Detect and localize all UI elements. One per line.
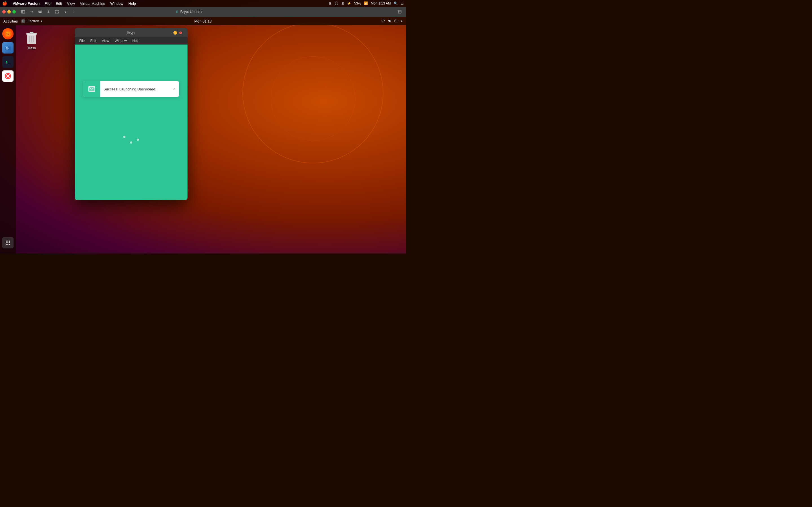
app-menu-help[interactable]: Help [130, 38, 142, 43]
fullscreen-button[interactable] [53, 8, 61, 15]
app-content: Success! Launching Dashboard. × [75, 45, 188, 200]
svg-point-32 [6, 242, 7, 243]
svg-point-37 [9, 244, 10, 245]
app-menubar: File Edit View Window Help [75, 37, 188, 45]
svg-point-35 [6, 244, 7, 245]
app-close-button[interactable] [179, 31, 183, 35]
loading-dot-2 [130, 142, 132, 144]
datetime-display: Mon 1:13 AM [371, 1, 391, 5]
print-button[interactable] [36, 8, 44, 15]
mac-menubar: 🍎 VMware Fusion File Edit View Virtual M… [0, 0, 406, 7]
loading-indicator [123, 136, 139, 144]
trash-icon [24, 31, 39, 45]
app-titlebar: Brypt [75, 28, 188, 37]
app-indicator-label[interactable]: Electron [27, 19, 39, 23]
svg-text:E: E [22, 20, 24, 22]
mac-menu-items: VMware Fusion File Edit View Virtual Mac… [10, 1, 138, 6]
battery-percent: 53% [354, 1, 361, 5]
files-icon [2, 42, 13, 54]
app-indicator-arrow[interactable]: ▼ [40, 20, 43, 22]
battery-icon[interactable]: ⚡ [347, 1, 351, 5]
ubuntu-clock: Mon 01:13 [194, 19, 211, 23]
ubuntu-power-icon[interactable] [394, 19, 398, 24]
search-icon[interactable]: 🔍 [394, 1, 398, 5]
svg-rect-4 [39, 12, 41, 13]
app-grid-icon [2, 237, 13, 248]
mac-menu-help[interactable]: Help [126, 1, 138, 6]
app-window-title: Brypt [127, 31, 135, 35]
trash-label: Trash [28, 46, 36, 50]
svg-point-36 [7, 244, 8, 245]
control-strip-icon[interactable]: ☰ [401, 1, 404, 5]
wifi-status-icon[interactable]: 📶 [364, 1, 368, 5]
mac-menu-view[interactable]: View [65, 1, 77, 6]
window-expand-button[interactable] [396, 8, 404, 15]
terminal-icon: $_ [2, 56, 13, 68]
svg-point-34 [9, 242, 10, 243]
window-maximize-button[interactable] [12, 10, 16, 13]
desktop-icons-area: Trash [17, 25, 46, 55]
grid-icon[interactable]: ⊞ [342, 1, 344, 5]
vmware-toolbar: 🖥 Brypt Ubuntu [0, 7, 406, 17]
svg-rect-0 [21, 10, 25, 13]
dock-item-app-grid[interactable] [2, 237, 14, 249]
svg-point-5 [41, 11, 41, 12]
svg-rect-21 [6, 48, 9, 49]
svg-point-6 [48, 10, 49, 11]
switch-view-button[interactable] [28, 8, 36, 15]
activities-button[interactable]: Activities [3, 19, 18, 23]
back-button[interactable] [61, 8, 69, 15]
usb-button[interactable] [45, 8, 52, 15]
svg-point-30 [7, 240, 8, 242]
svg-rect-22 [6, 49, 8, 50]
sidebar-toggle-button[interactable] [19, 8, 27, 15]
dock-item-firefox[interactable] [2, 27, 14, 40]
headphone-icon[interactable]: 🎧 [335, 1, 339, 5]
mac-menu-edit[interactable]: Edit [53, 1, 64, 6]
brypt-app-window: Brypt File Edit View Window Help Success… [75, 28, 188, 200]
vmware-title-icon: 🖥 [175, 10, 179, 14]
svg-rect-19 [5, 46, 8, 47]
dock-item-terminal[interactable]: $_ [2, 56, 14, 68]
svg-point-31 [9, 240, 10, 242]
ubuntu-wifi-icon[interactable] [381, 19, 386, 24]
mac-menu-file[interactable]: File [42, 1, 53, 6]
ubuntu-volume-icon[interactable] [388, 19, 392, 24]
app-minimize-button[interactable] [173, 31, 177, 35]
app-indicator: E Electron ▼ [21, 19, 43, 23]
apple-menu-icon[interactable]: 🍎 [2, 1, 7, 6]
firefox-icon [2, 28, 13, 40]
app-menu-window[interactable]: Window [112, 38, 129, 43]
app-menu-edit[interactable]: Edit [88, 38, 98, 43]
svg-rect-44 [27, 34, 36, 35]
ubuntu-power-arrow[interactable]: ▼ [400, 20, 403, 22]
svg-rect-9 [398, 10, 401, 13]
mac-menu-virtualmachine[interactable]: Virtual Machine [78, 1, 107, 6]
desktop-icon-trash[interactable]: Trash [20, 29, 43, 52]
svg-rect-20 [6, 47, 8, 48]
success-notification: Success! Launching Dashboard. × [83, 81, 179, 97]
vmware-window-title: 🖥 Brypt Ubuntu [175, 10, 202, 14]
window-close-button[interactable] [2, 10, 6, 13]
mac-menu-vmwarefusion[interactable]: VMware Fusion [10, 1, 42, 6]
control-center-icon[interactable]: ⊞ [329, 1, 332, 5]
svg-point-29 [6, 240, 7, 242]
window-minimize-button[interactable] [7, 10, 11, 13]
loading-dot-1 [123, 136, 125, 138]
app-menu-view[interactable]: View [100, 38, 111, 43]
svg-rect-50 [89, 87, 95, 92]
mac-menubar-right: ⊞ 🎧 ⊞ ⚡ 53% 📶 Mon 1:13 AM 🔍 ☰ [329, 1, 404, 5]
dock-item-error-app[interactable] [2, 70, 14, 82]
forward-button[interactable] [70, 8, 78, 15]
app-menu-file[interactable]: File [77, 38, 87, 43]
error-app-icon [2, 70, 13, 82]
dock-item-files[interactable] [2, 42, 14, 54]
mac-menu-window[interactable]: Window [108, 1, 125, 6]
notification-close-button[interactable]: × [170, 81, 179, 97]
notification-icon-area [83, 81, 100, 97]
desktop-decoration-circle2 [271, 56, 355, 141]
svg-text:$_: $_ [6, 60, 10, 64]
svg-rect-43 [30, 32, 33, 34]
window-controls [2, 10, 16, 13]
svg-point-33 [7, 242, 8, 243]
